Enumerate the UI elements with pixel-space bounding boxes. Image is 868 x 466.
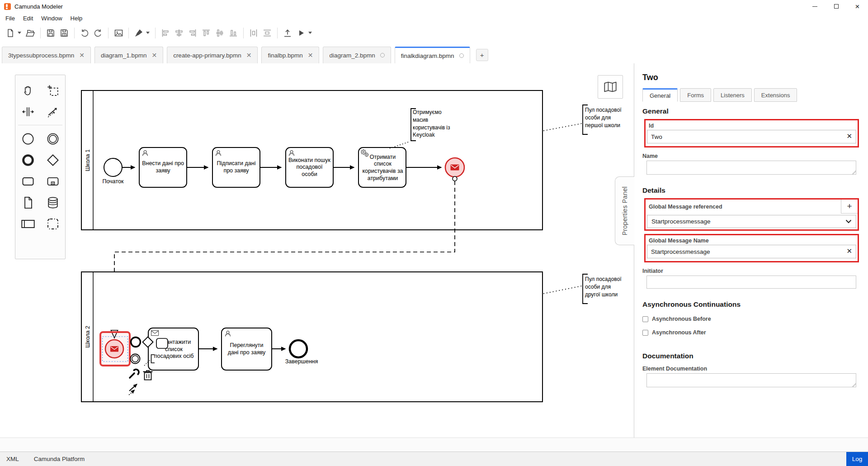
tab-close-icon[interactable]: ✕ [79,52,85,58]
tab-diagram-1[interactable]: diagram_1.bpmn✕ [94,47,163,63]
redo-button[interactable] [91,26,105,40]
tab-3typessubprocess[interactable]: 3typessubprocess.bpmn✕ [2,47,91,63]
align-horizontal-middle-button[interactable] [213,26,226,40]
bottom-gap [0,437,868,452]
message-start-event-selected[interactable] [105,340,123,358]
global-message-referenced-select[interactable]: Startprocessmessage [647,215,856,228]
create-intermediate-event[interactable] [40,128,65,149]
name-input[interactable] [646,161,856,175]
clear-icon[interactable]: ✕ [846,247,852,254]
align-left-button[interactable] [159,26,172,40]
global-connect-icon[interactable] [129,384,137,395]
append-text-annotation-icon[interactable] [144,355,155,366]
maximize-button[interactable] [826,0,847,13]
tab-diagram-2[interactable]: diagram_2.bpmn [323,47,391,63]
asynchronous-after-label: Asynchronous After [652,329,706,336]
menu-window[interactable]: Window [37,15,66,22]
documentation-heading: Documentation [642,352,856,360]
create-task[interactable] [15,171,40,192]
create-gateway[interactable] [40,149,65,171]
save-icon [46,29,55,38]
global-message-name-input[interactable] [647,245,856,258]
distribute-horizontal-button[interactable] [247,26,260,40]
space-tool-icon [22,105,34,118]
create-data-store[interactable] [40,192,65,213]
log-toggle-button[interactable]: Log [846,452,868,466]
minimize-button[interactable] [804,0,826,13]
new-file-button[interactable] [4,26,17,40]
create-participant[interactable] [15,213,40,234]
align-right-button[interactable] [186,26,199,40]
title-bar: Camunda Modeler × [0,0,868,13]
tab-forms[interactable]: Forms [680,88,711,102]
upload-icon [283,29,292,38]
align-top-icon [202,29,211,38]
toolbar-separator [74,28,75,38]
id-input[interactable] [647,130,856,143]
asynchronous-before-checkbox[interactable] [642,316,648,322]
save-as-button[interactable] [57,26,71,40]
deploy-button[interactable] [281,26,294,40]
menu-edit[interactable]: Edit [19,15,37,22]
tab-close-icon[interactable]: ✕ [246,52,252,58]
align-bottom-button[interactable] [226,26,240,40]
space-tool[interactable] [15,101,40,122]
open-file-button[interactable] [24,26,37,40]
add-message-button[interactable]: + [841,200,858,214]
trash-delete-icon[interactable] [143,371,153,380]
minimap-toggle-button[interactable] [598,75,623,99]
new-tab-button[interactable]: + [476,49,488,61]
save-button[interactable] [44,26,57,40]
create-end-event[interactable] [15,149,40,171]
tab-general[interactable]: General [642,88,678,102]
close-button[interactable]: × [847,0,868,13]
image-icon [114,29,123,38]
align-vertical-center-button[interactable] [172,26,186,40]
async-heading: Asynchronous Continuations [642,300,856,309]
tab-create-app-primary[interactable]: create-app-primary.bpmn✕ [167,47,258,63]
create-data-object[interactable] [15,192,40,213]
tab-label: 3typessubprocess.bpmn [8,52,74,59]
bpmn-canvas[interactable]: Школа 1 Початок Внести дані про заяву Пі… [0,63,634,437]
menu-file[interactable]: File [1,15,19,22]
create-group[interactable] [40,213,65,234]
new-file-caret[interactable] [18,32,21,34]
undo-button[interactable] [78,26,91,40]
wrench-change-type-icon[interactable] [130,369,139,378]
subprocess-icon [46,175,60,188]
global-message-referenced-highlight-box: Global Message referenced + Startprocess… [644,198,859,231]
create-start-event[interactable] [15,128,40,149]
append-end-event-icon[interactable] [131,338,141,347]
hand-tool[interactable] [15,80,40,101]
initiator-input[interactable] [646,276,856,289]
asynchronous-after-checkbox[interactable] [642,330,648,336]
start-instance-button[interactable] [294,26,308,40]
tab-close-icon[interactable]: ✕ [308,52,313,58]
tab-listeners[interactable]: Listeners [713,88,752,102]
append-gateway-icon[interactable] [143,337,153,347]
distribute-vertical-button[interactable] [260,26,274,40]
name-label: Name [642,153,856,159]
align-top-button[interactable] [199,26,213,40]
clear-icon[interactable]: ✕ [846,133,852,139]
lasso-icon [47,84,59,97]
format-tool-button[interactable] [132,26,146,40]
participant-icon [21,218,35,230]
properties-panel-toggle[interactable]: Properties Panel [615,176,634,245]
start-instance-caret[interactable] [308,32,312,34]
export-image-button[interactable] [112,26,125,40]
tab-finalbp[interactable]: finalbp.bpmn✕ [261,47,319,63]
tab-finalkdiagram-active[interactable]: finalkdiagram.bpmn [395,47,470,63]
format-tool-caret[interactable] [146,32,150,34]
create-subprocess[interactable] [40,171,65,192]
lasso-tool[interactable] [40,80,65,101]
tab-close-icon[interactable]: ✕ [151,52,157,58]
append-task-icon[interactable] [156,338,168,348]
toolbar-separator [128,28,129,38]
xml-view-toggle[interactable]: XML [6,456,19,462]
global-connect-tool[interactable] [40,101,65,122]
platform-selector[interactable]: Camunda Platform [34,456,85,462]
menu-help[interactable]: Help [66,15,87,22]
element-documentation-input[interactable] [646,373,856,387]
tab-extensions[interactable]: Extensions [754,88,797,102]
